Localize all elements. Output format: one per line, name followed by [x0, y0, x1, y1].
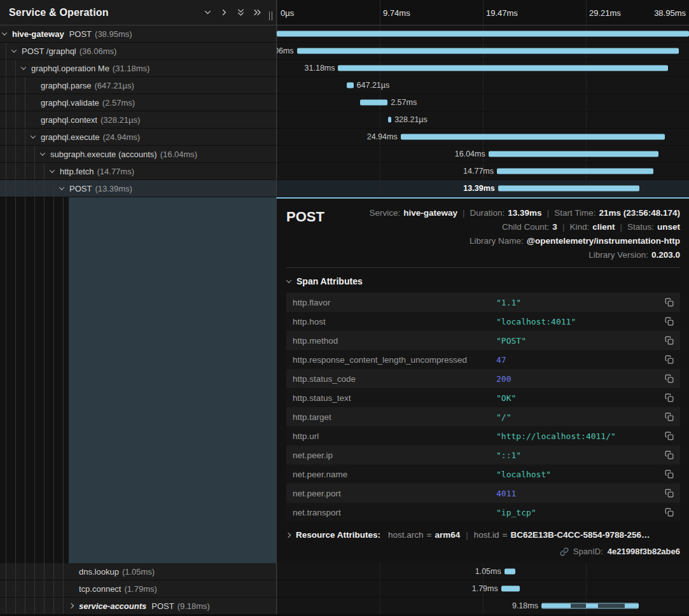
- span-timeline-cell: 31.18ms: [276, 60, 689, 77]
- attribute-row: http.status_text "OK": [286, 388, 680, 407]
- expand-chevron-icon[interactable]: [2, 30, 7, 35]
- span-duration-label: 2.57ms: [391, 98, 417, 107]
- attribute-value: 4011: [496, 489, 665, 498]
- detail-meta-label: Status:: [627, 222, 654, 232]
- span-duration-label: 1.79ms: [472, 584, 498, 593]
- copy-icon[interactable]: [665, 451, 674, 459]
- attribute-value: "/": [496, 412, 665, 422]
- span-detail-panel: POST Service:hive-gatewayDuration:13.39m…: [276, 197, 689, 563]
- copy-icon[interactable]: [665, 431, 674, 440]
- copy-icon[interactable]: [665, 489, 674, 498]
- resource-attributes-header[interactable]: Resource Attributes: host.arch=arm64host…: [286, 530, 680, 540]
- span-tree-item[interactable]: graphql.execute (24.94ms): [0, 129, 276, 146]
- detail-meta-item: Service:hive-gateway: [369, 208, 457, 218]
- expand-chevron-icon[interactable]: [21, 64, 26, 69]
- copy-icon[interactable]: [665, 317, 674, 326]
- span-tree-item[interactable]: subgraph.execute (accounts) (16.04ms): [0, 146, 276, 163]
- detail-meta-value: 13.39ms: [508, 208, 541, 218]
- span-tree-item[interactable]: graphql.context (328.21µs): [0, 111, 276, 129]
- detail-meta-label: Child Count:: [502, 222, 549, 232]
- expand-chevron-icon[interactable]: [11, 47, 17, 52]
- copy-icon[interactable]: [665, 393, 674, 402]
- copy-icon[interactable]: [665, 508, 674, 517]
- trace-viewer: Service & Operation 0µs 9.74ms 19.47ms 2…: [0, 0, 689, 616]
- left-panel-header: Service & Operation: [0, 0, 276, 25]
- span-duration-label: 1.05ms: [475, 567, 501, 576]
- resource-attr-eq: =: [427, 530, 432, 540]
- detail-meta-label: Library Version:: [588, 250, 648, 260]
- span-duration-bar[interactable]: [277, 31, 689, 37]
- span-tree-item[interactable]: http.fetch (14.77ms): [0, 163, 276, 180]
- span-duration-bar[interactable]: [498, 186, 640, 192]
- detail-meta-label: Kind:: [569, 222, 589, 232]
- span-duration-bar[interactable]: [505, 569, 515, 575]
- copy-icon[interactable]: [665, 336, 674, 345]
- span-duration-label: 16.04ms: [455, 150, 485, 158]
- span-tree-item[interactable]: service-accounts POST (9.18ms): [0, 598, 276, 615]
- expand-chevron-icon[interactable]: [40, 150, 45, 155]
- span-duration-bar[interactable]: [360, 100, 387, 106]
- collapse-all-icon[interactable]: [232, 4, 249, 21]
- copy-icon[interactable]: [665, 298, 674, 307]
- selected-span-box[interactable]: [69, 197, 276, 563]
- span-tree-item[interactable]: graphql.operation Me (31.18ms): [0, 60, 276, 77]
- expand-chevron-icon[interactable]: [69, 603, 74, 608]
- span-duration-bar[interactable]: [347, 83, 354, 88]
- expand-chevron-icon[interactable]: [31, 133, 36, 138]
- span-tree-item[interactable]: dns.lookup (1.05ms): [0, 563, 276, 580]
- attribute-value: "OK": [496, 393, 665, 403]
- collapse-one-icon[interactable]: [199, 4, 216, 21]
- span-tree-item[interactable]: graphql.parse (647.21µs): [0, 77, 276, 94]
- link-icon[interactable]: [560, 547, 569, 556]
- attribute-key: net.transport: [293, 508, 496, 517]
- span-duration-bar[interactable]: [497, 169, 653, 174]
- attribute-key: http.flavor: [293, 298, 496, 307]
- attribute-key: http.status_code: [293, 374, 496, 384]
- expand-chevron-icon[interactable]: [59, 185, 64, 190]
- copy-icon[interactable]: [665, 412, 674, 421]
- detail-meta-value: hive-gateway: [403, 208, 457, 218]
- detail-meta-value: client: [592, 222, 615, 232]
- span-id-value: 4e21998f3b82abe6: [608, 547, 680, 556]
- attribute-row: http.response_content_length_uncompresse…: [286, 350, 680, 369]
- panel-title: Service & Operation: [9, 7, 199, 18]
- span-tree-item[interactable]: POST /graphql (36.06ms): [0, 43, 276, 60]
- expand-all-icon[interactable]: [249, 4, 265, 21]
- span-duration-bar[interactable]: [388, 117, 391, 123]
- expand-one-icon[interactable]: [216, 4, 232, 21]
- span-duration-bar[interactable]: [541, 603, 639, 609]
- expand-chevron-icon[interactable]: [50, 167, 55, 172]
- span-detail-meta: Service:hive-gatewayDuration:13.39msStar…: [369, 206, 680, 262]
- chevron-wrap: [3, 32, 11, 36]
- detail-meta-item: Kind:client: [557, 222, 615, 232]
- span-operation-name: graphql.parse: [41, 81, 92, 90]
- span-tree-item[interactable]: tcp.connect (1.79ms): [0, 580, 276, 598]
- span-duration-label: 13.39ms: [463, 184, 494, 193]
- span-rows-top: hive-gateway POST (38.95ms) POST /graphq…: [0, 25, 689, 197]
- chevron-wrap: [31, 118, 39, 122]
- span-tree-item[interactable]: hive-gateway POST (38.95ms): [0, 25, 276, 43]
- span-duration-bar[interactable]: [489, 151, 658, 157]
- span-row: graphql.operation Me (31.18ms) 31.18ms: [0, 60, 689, 77]
- span-tree-item[interactable]: POST (13.39ms): [0, 180, 276, 197]
- span-timeline-cell: 9.18ms: [276, 598, 689, 615]
- chevron-wrap: [69, 604, 78, 608]
- span-id-label: SpanID:: [573, 547, 603, 556]
- span-duration-bar[interactable]: [338, 66, 668, 71]
- copy-icon[interactable]: [665, 374, 674, 383]
- span-operation-name: tcp.connect: [79, 584, 122, 594]
- copy-icon[interactable]: [665, 355, 674, 364]
- span-row: POST (13.39ms) 13.39ms: [0, 180, 689, 197]
- span-timeline-cell: 36.06ms: [276, 43, 689, 60]
- copy-icon[interactable]: [665, 470, 674, 479]
- span-duration-bar[interactable]: [401, 134, 665, 140]
- detail-meta-item: Duration:13.39ms: [457, 208, 542, 218]
- span-duration-bar[interactable]: [501, 586, 520, 592]
- detail-meta-line: Service:hive-gatewayDuration:13.39msStar…: [369, 206, 680, 220]
- span-attributes-header[interactable]: Span Attributes: [287, 276, 680, 286]
- detail-meta-value: 21ms (23:56:48.174): [599, 208, 680, 218]
- span-tree-item[interactable]: graphql.validate (2.57ms): [0, 94, 276, 111]
- span-duration-bar[interactable]: [297, 48, 679, 54]
- panel-resizer[interactable]: [269, 11, 272, 20]
- span-operation-name: POST: [69, 29, 92, 39]
